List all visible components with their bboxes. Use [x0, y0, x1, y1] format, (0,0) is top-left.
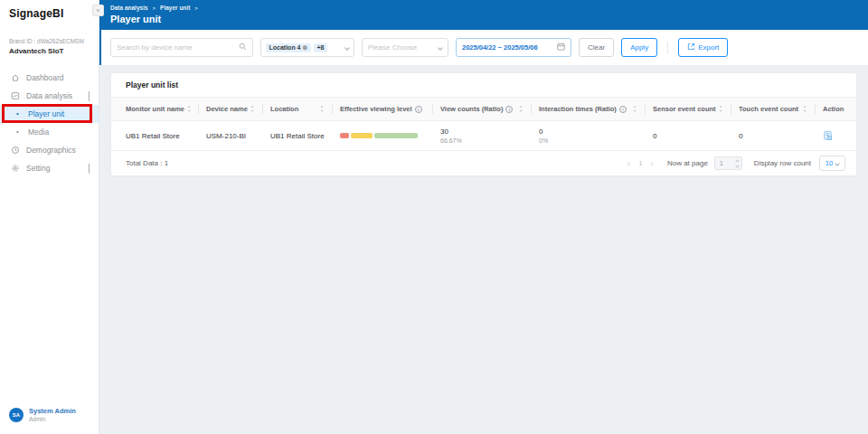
breadcrumb-item-data-analysis[interactable]: Data analysis — [110, 5, 148, 11]
device-search-field[interactable] — [110, 38, 253, 57]
column-label: Effective viewing level — [340, 105, 412, 113]
sidebar-menu: Dashboard Data analysis • Player unit • … — [0, 69, 99, 177]
search-input[interactable] — [117, 43, 239, 52]
sidebar-item-label: Demographics — [26, 146, 76, 155]
sort-icon[interactable]: ▲▼ — [519, 105, 524, 113]
view-counts-ratio: 66.67% — [440, 137, 462, 144]
sidebar-collapse-icon[interactable]: « — [92, 5, 104, 16]
divider — [667, 42, 668, 54]
user-profile[interactable]: SA System Admin Admin — [9, 407, 76, 422]
page-title: Player unit — [110, 14, 868, 24]
column-label: Device name — [206, 105, 248, 113]
calendar-icon — [557, 42, 565, 52]
column-label: Action — [823, 105, 844, 113]
sort-icon[interactable]: ▲▼ — [320, 105, 326, 113]
location-tag-label: Location 4 — [269, 44, 301, 51]
page-input-box[interactable] — [714, 156, 742, 170]
cell-interaction-times: 0 0% — [532, 121, 646, 150]
home-icon — [11, 73, 20, 82]
chevron-down-icon — [835, 161, 840, 166]
col-touch-event-count[interactable]: Touch event count ▲▼ — [731, 98, 816, 120]
col-location[interactable]: Location ▲▼ — [263, 98, 333, 120]
chevron-down-icon — [89, 164, 90, 173]
table-row: UB1 Retail Store USM-210-BI UB1 Retail S… — [111, 121, 856, 150]
page-input[interactable] — [720, 159, 732, 167]
info-icon[interactable]: i — [415, 106, 422, 113]
info-icon[interactable]: i — [619, 106, 627, 113]
export-button[interactable]: Export — [678, 38, 728, 57]
clear-button[interactable]: Clear — [579, 38, 614, 57]
card-title: Player unit list — [111, 73, 856, 98]
breadcrumb: Data analysis > Player unit > — [110, 5, 868, 11]
col-monitor-unit-name[interactable]: Monitor unit name ▲▼ — [111, 98, 199, 120]
page-header: Data analysis > Player unit > Player uni… — [99, 0, 868, 30]
now-at-page-label: Now at page — [667, 159, 708, 167]
next-page-icon[interactable]: › — [651, 159, 654, 168]
sidebar: SignageBI « Brand ID : dWa26ZsECMSM Adva… — [0, 0, 99, 434]
chevron-down-icon — [344, 45, 350, 51]
date-range-value: 2025/04/22 ~ 2025/05/06 — [462, 43, 553, 52]
user-role: Admin — [29, 416, 76, 422]
table-header-row: Monitor unit name ▲▼ Device name ▲▼ Loca… — [111, 98, 856, 121]
page-number[interactable]: 1 — [638, 159, 642, 167]
sidebar-item-data-analysis[interactable]: Data analysis — [0, 87, 99, 105]
sort-icon[interactable]: ▲▼ — [803, 105, 808, 113]
avatar: SA — [9, 408, 24, 422]
tag-close-icon[interactable]: ⊗ — [303, 44, 308, 51]
cell-effective-viewing-level — [333, 121, 433, 150]
col-interaction-times[interactable]: Interaction times (Ratio) i ▲▼ — [532, 98, 646, 120]
chevron-up-icon — [89, 91, 90, 100]
page-stepper-icon[interactable] — [736, 160, 739, 167]
cell-touch-event-count: 0 — [731, 121, 816, 150]
total-data-label: Total Data : 1 — [126, 159, 168, 167]
table-footer: Total Data : 1 ‹ 1 › Now at page Display… — [111, 150, 856, 175]
cell-device-name: USM-210-BI — [199, 121, 263, 150]
sidebar-item-label: Dashboard — [26, 73, 64, 82]
app-logo: SignageBI — [0, 0, 99, 20]
cell-view-counts: 30 66.67% — [433, 121, 532, 150]
export-icon — [687, 42, 695, 52]
select-placeholder: Please Choose — [368, 43, 417, 52]
sidebar-item-label: Media — [28, 127, 49, 137]
brand-name: Advantech SIoT — [9, 47, 99, 55]
choose-select[interactable]: Please Choose — [362, 38, 448, 57]
breadcrumb-separator: > — [153, 5, 156, 11]
column-label: Monitor unit name — [126, 105, 184, 113]
filter-bar: Location 4 ⊗ +8 Please Choose 2025/04/22… — [99, 30, 868, 65]
sort-icon[interactable]: ▲▼ — [719, 105, 724, 113]
row-count-select[interactable]: 10 — [819, 156, 845, 171]
column-label: Location — [270, 105, 298, 113]
location-multiselect[interactable]: Location 4 ⊗ +8 — [260, 38, 354, 57]
breadcrumb-item-player-unit[interactable]: Player unit — [160, 5, 190, 11]
apply-button[interactable]: Apply — [621, 38, 657, 57]
brand-block: Brand ID : dWa26ZsECMSM Advantech SIoT — [9, 38, 99, 55]
gear-icon — [11, 164, 20, 173]
sort-icon[interactable]: ▲▼ — [187, 105, 193, 113]
info-icon[interactable]: i — [505, 106, 513, 113]
col-device-name[interactable]: Device name ▲▼ — [199, 98, 263, 120]
prev-page-icon[interactable]: ‹ — [627, 159, 630, 168]
sort-icon[interactable]: ▲▼ — [633, 105, 638, 113]
location-more-tag[interactable]: +8 — [314, 43, 327, 52]
display-row-count-label: Display row count — [754, 159, 811, 167]
sidebar-item-demographics[interactable]: Demographics — [0, 141, 99, 159]
search-icon[interactable] — [239, 42, 247, 52]
sidebar-item-label: Setting — [26, 164, 50, 173]
player-unit-list-card: Player unit list Monitor unit name ▲▼ De… — [110, 72, 857, 176]
sidebar-item-player-unit[interactable]: • Player unit — [0, 105, 99, 123]
sidebar-item-label: Data analysis — [26, 91, 72, 100]
sort-icon[interactable]: ▲▼ — [250, 105, 256, 113]
location-tag[interactable]: Location 4 ⊗ — [266, 43, 311, 52]
date-range-picker[interactable]: 2025/04/22 ~ 2025/05/06 — [456, 38, 571, 57]
chart-board-icon — [11, 91, 20, 100]
brand-id: Brand ID : dWa26ZsECMSM — [9, 38, 99, 44]
col-sensor-event-count[interactable]: Sensor event count ▲▼ — [646, 98, 731, 120]
report-document-icon[interactable] — [823, 130, 833, 142]
sidebar-item-dashboard[interactable]: Dashboard — [0, 69, 99, 87]
sidebar-item-media[interactable]: • Media — [0, 123, 99, 141]
viewing-level-bar — [340, 133, 418, 138]
sidebar-item-setting[interactable]: Setting — [0, 159, 99, 177]
user-name: System Admin — [29, 407, 76, 415]
interaction-times-value: 0 — [539, 127, 542, 136]
col-view-counts[interactable]: View counts (Ratio) i ▲▼ — [433, 98, 532, 120]
